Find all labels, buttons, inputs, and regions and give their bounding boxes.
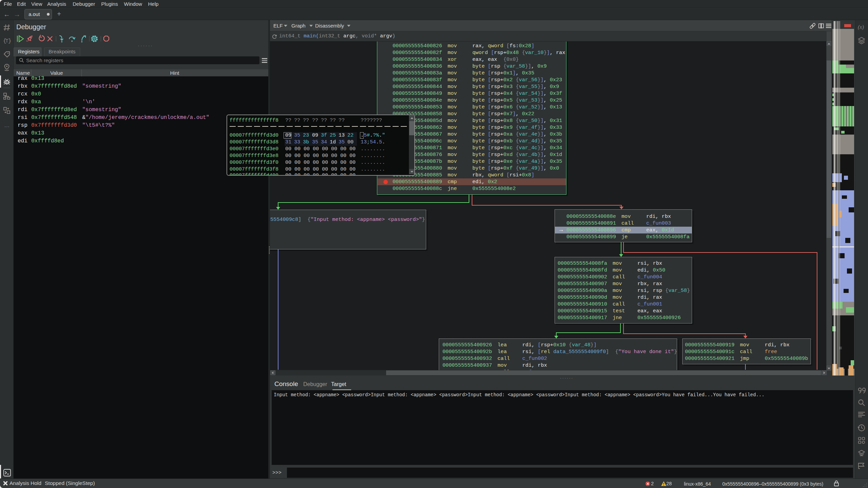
svg-text:}: } bbox=[8, 38, 11, 44]
